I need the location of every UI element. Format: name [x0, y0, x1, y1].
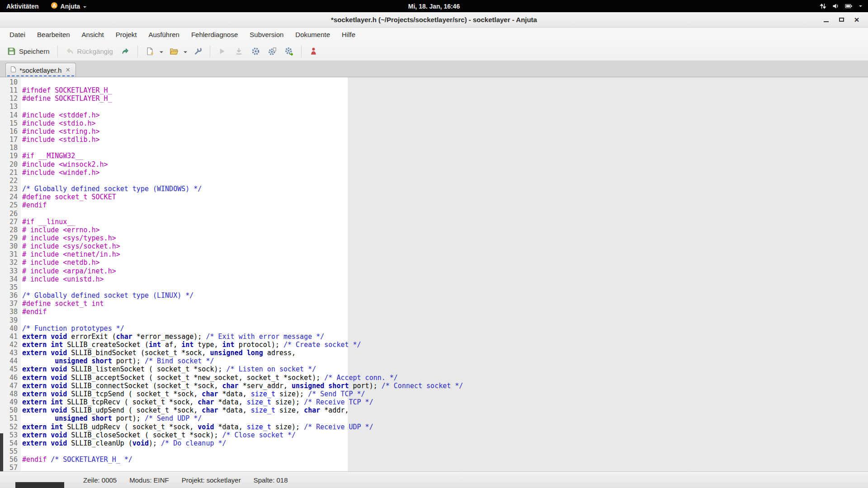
- code-line: 33# include <arpa/inet.h>: [0, 267, 868, 275]
- maximize-icon: [839, 18, 844, 22]
- code-line: 12#define SOCKETLAYER_H_: [0, 94, 868, 103]
- code-text: extern void SLLIB_bindSocket (socket_t *…: [21, 349, 296, 357]
- wrench-icon: [193, 47, 202, 56]
- status-line: Zeile: 0005: [83, 476, 117, 484]
- code-line: 34# include <unistd.h>: [0, 275, 868, 283]
- menu-item-ausfuehren[interactable]: Ausführen: [142, 28, 185, 42]
- debug-person-icon: [309, 47, 318, 56]
- compile-button[interactable]: [264, 45, 280, 58]
- tab-label: *socketlayer.h: [19, 66, 61, 74]
- menu-item-datei[interactable]: Datei: [4, 28, 31, 42]
- code-text: [21, 177, 22, 185]
- load-button[interactable]: [231, 45, 247, 58]
- line-number: 16: [0, 127, 21, 136]
- menu-item-subversion[interactable]: Subversion: [244, 28, 289, 42]
- line-number: 31: [0, 250, 21, 258]
- code-text: [21, 103, 22, 111]
- code-text: extern void SLLIB_listenSocket ( socket_…: [21, 365, 316, 373]
- code-line: 17#include <stdlib.h>: [0, 136, 868, 144]
- build-button[interactable]: [248, 45, 264, 58]
- run-button[interactable]: [214, 45, 230, 58]
- code-text: extern int SLLIB_udpRecv ( socket_t *soc…: [21, 423, 373, 431]
- code-text: extern void SLLIB_acceptSocket ( socket_…: [21, 374, 398, 382]
- minimize-button[interactable]: [822, 16, 830, 24]
- app-menu-button[interactable]: A Anjuta: [45, 0, 93, 12]
- close-button[interactable]: ×: [853, 16, 861, 24]
- menu-item-projekt[interactable]: Projekt: [110, 28, 143, 42]
- tab-close-button[interactable]: ×: [65, 67, 71, 73]
- code-text: #define socket_t int: [21, 300, 104, 308]
- code-text: # include <sys/types.h>: [21, 234, 116, 242]
- code-line: 47extern void SLLIB_connectSocket (socke…: [0, 382, 868, 390]
- clock[interactable]: Mi, 18. Jan, 16:46: [408, 3, 460, 10]
- line-number: 37: [0, 300, 21, 308]
- code-text: #include <stdio.h>: [21, 119, 96, 127]
- redo-button[interactable]: [118, 45, 133, 58]
- line-number: 34: [0, 275, 21, 283]
- tools-button[interactable]: [190, 45, 206, 58]
- line-number: 23: [0, 185, 21, 193]
- execute-button[interactable]: [281, 45, 297, 58]
- line-number: 43: [0, 349, 21, 357]
- code-line: 46extern void SLLIB_acceptSocket ( socke…: [0, 374, 868, 382]
- tab-socketlayer-h[interactable]: *socketlayer.h ×: [5, 63, 76, 77]
- code-line: 35: [0, 283, 868, 291]
- code-text: # include <arpa/inet.h>: [21, 267, 116, 275]
- code-line: 19#if __MINGW32__: [0, 152, 868, 160]
- menu-item-ansicht[interactable]: Ansicht: [76, 28, 110, 42]
- new-file-dropdown[interactable]: [158, 44, 165, 59]
- menu-item-dokumente[interactable]: Dokumente: [289, 28, 336, 42]
- code-text: extern void SLLIB_tcpSend ( socket_t *so…: [21, 390, 365, 398]
- open-file-dropdown[interactable]: [182, 44, 189, 59]
- line-number: 26: [0, 210, 21, 218]
- code-line: 52extern int SLLIB_udpRecv ( socket_t *s…: [0, 423, 868, 431]
- window-title-bar[interactable]: *socketlayer.h (~/Projects/socketlayer/s…: [0, 12, 868, 28]
- code-line: 39: [0, 316, 868, 324]
- code-editor[interactable]: 1011#ifndef SOCKETLAYER_H_12#define SOCK…: [0, 77, 868, 471]
- code-text: [21, 316, 22, 324]
- screen: Aktivitäten A Anjuta Mi, 18. Jan, 16:46: [0, 0, 868, 488]
- code-text: #define socket_t SOCKET: [21, 193, 116, 201]
- menu-item-hilfe[interactable]: Hilfe: [336, 28, 361, 42]
- redo-icon: [121, 47, 130, 56]
- code-line: 51 unsigned short port); /* Send UDP */: [0, 414, 868, 422]
- undo-button[interactable]: Rückgängig: [62, 45, 117, 58]
- line-number: 15: [0, 119, 21, 127]
- open-file-button[interactable]: [166, 45, 182, 58]
- status-mode: Modus: EINF: [129, 476, 169, 484]
- code-text: extern void SLLIB_connectSocket (socket_…: [21, 382, 463, 390]
- save-button[interactable]: Speichern: [4, 45, 53, 58]
- save-label: Speichern: [19, 47, 50, 55]
- code-line: 44 unsigned short port); /* Bind socket …: [0, 357, 868, 365]
- code-text: extern void errorExit (char *error_messa…: [21, 333, 324, 341]
- maximize-button[interactable]: [837, 16, 845, 24]
- code-text: # include <errno.h>: [21, 226, 100, 234]
- code-line: 38#endif: [0, 308, 868, 316]
- new-file-button[interactable]: [142, 45, 158, 58]
- code-text: # include <netdb.h>: [21, 258, 100, 267]
- line-number: 11: [0, 86, 21, 94]
- line-number: 42: [0, 341, 21, 349]
- battery-icon: [845, 3, 853, 9]
- code-line: 11#ifndef SOCKETLAYER_H_: [0, 86, 868, 94]
- code-line: 36/* Globally defined socket type (LINUX…: [0, 291, 868, 300]
- debug-button[interactable]: [306, 45, 321, 58]
- code-text: #include <stddef.h>: [21, 111, 100, 119]
- line-number: 24: [0, 193, 21, 201]
- menu-item-bearbeiten[interactable]: Bearbeiten: [31, 28, 76, 42]
- code-text: unsigned short port); /* Send UDP */: [21, 414, 202, 422]
- code-text: # include <unistd.h>: [21, 275, 104, 283]
- code-text: /* Globally defined socket type (WINDOWS…: [21, 185, 202, 193]
- menu-item-fehlerdiagnose[interactable]: Fehlerdiagnose: [185, 28, 244, 42]
- line-number: 44: [0, 357, 21, 365]
- activities-button[interactable]: Aktivitäten: [0, 0, 45, 12]
- compile-gear-icon: [268, 47, 277, 56]
- code-text: #endif /* SOCKETLAYER_H_ */: [21, 455, 132, 464]
- line-number: 36: [0, 291, 21, 300]
- code-line: 18: [0, 144, 868, 152]
- toolbar-separator: [210, 46, 210, 57]
- bottom-left-panel-fragment: [15, 482, 64, 488]
- new-file-icon: [146, 47, 154, 56]
- system-status-area[interactable]: [820, 0, 868, 12]
- network-icon: [820, 3, 826, 9]
